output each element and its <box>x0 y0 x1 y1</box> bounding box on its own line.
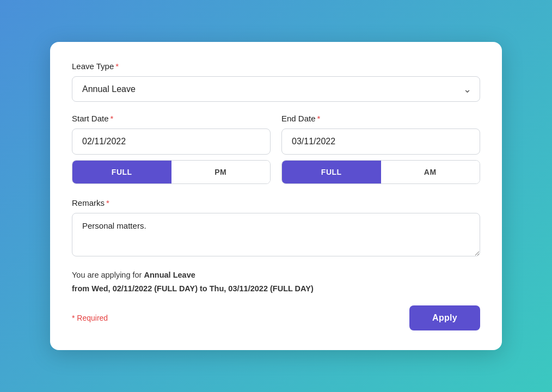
remarks-required-star: * <box>106 198 109 207</box>
leave-type-select-wrapper: Annual Leave Sick Leave Unpaid Leave Med… <box>72 76 480 102</box>
start-full-button[interactable]: FULL <box>72 161 171 183</box>
start-date-required-star: * <box>111 114 114 123</box>
summary-section: You are applying for Annual Leave from W… <box>72 268 480 295</box>
start-date-block: Start Date* FULL PM <box>72 114 271 196</box>
end-full-button[interactable]: FULL <box>282 161 381 183</box>
start-date-toggle-row: FULL PM <box>72 160 271 184</box>
footer-row: * Required Apply <box>72 305 480 330</box>
summary-line1: You are applying for Annual Leave <box>72 268 480 282</box>
remarks-section: Remarks* Personal matters. <box>72 198 480 259</box>
end-date-block: End Date* FULL AM <box>281 114 480 196</box>
leave-application-modal: Leave Type* Annual Leave Sick Leave Unpa… <box>50 42 502 350</box>
end-date-label: End Date* <box>281 114 480 123</box>
date-section: Start Date* FULL PM End Date* FULL AM <box>72 114 480 196</box>
start-date-label: Start Date* <box>72 114 271 123</box>
leave-type-label: Leave Type* <box>72 62 480 71</box>
end-date-input[interactable] <box>281 128 480 155</box>
remarks-textarea[interactable]: Personal matters. <box>72 213 480 256</box>
summary-line2: from Wed, 02/11/2022 (FULL DAY) to Thu, … <box>72 282 480 296</box>
leave-type-required-star: * <box>115 62 119 71</box>
required-note: * Required <box>72 314 108 322</box>
end-date-required-star: * <box>317 114 321 123</box>
leave-type-select[interactable]: Annual Leave Sick Leave Unpaid Leave Med… <box>72 76 480 102</box>
start-date-input[interactable] <box>72 128 271 155</box>
end-date-toggle-row: FULL AM <box>281 160 480 184</box>
start-pm-button[interactable]: PM <box>171 161 271 183</box>
summary-leave-type: Annual Leave <box>144 271 195 279</box>
end-am-button[interactable]: AM <box>381 161 480 183</box>
apply-button[interactable]: Apply <box>409 305 480 330</box>
remarks-label: Remarks* <box>72 198 480 207</box>
